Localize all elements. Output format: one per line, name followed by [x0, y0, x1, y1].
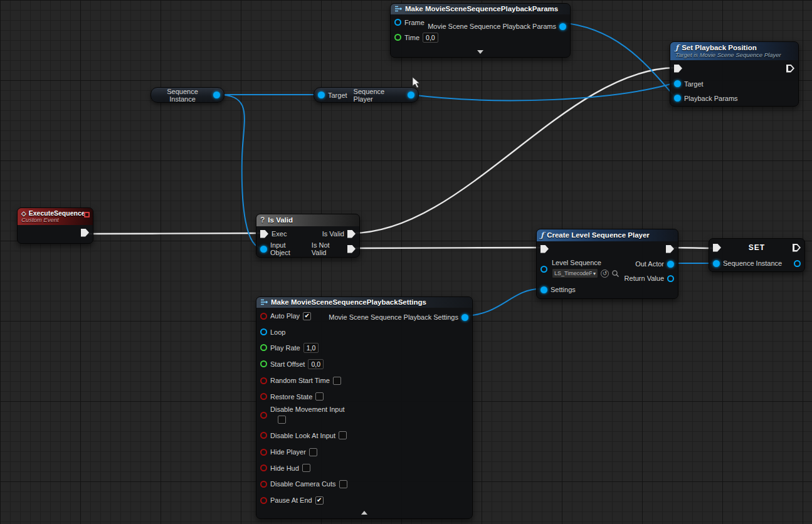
node-title: SET	[749, 243, 765, 252]
start-offset-input-pin[interactable]	[260, 360, 267, 367]
make-struct-icon	[394, 5, 402, 13]
disable-look-at-input-checkbox[interactable]	[339, 431, 347, 439]
out-actor-output-pin[interactable]	[667, 261, 674, 268]
browse-asset-icon[interactable]	[611, 270, 620, 278]
time-input-pin[interactable]	[394, 34, 401, 41]
settings-label: Settings	[551, 286, 576, 293]
exec-out-pin[interactable]	[81, 229, 89, 237]
is-valid-exec-out-pin[interactable]	[347, 230, 356, 238]
node-header[interactable]: Make MovieSceneSequencePlaybackParams	[391, 4, 570, 14]
wire-obj-sequenceplayer-to-target[interactable]	[411, 83, 675, 100]
random-start-time-input-pin[interactable]	[260, 377, 267, 384]
node-subtitle: Custom Event	[21, 216, 88, 223]
node-make-movie-scene-sequence-playback-params[interactable]: Make MovieSceneSequencePlaybackParams Fr…	[390, 3, 571, 58]
play-rate-input-pin[interactable]	[260, 344, 267, 351]
playback-params-input-pin[interactable]	[674, 95, 681, 102]
out-actor-label: Out Actor	[635, 260, 664, 268]
is-not-valid-exec-out-pin[interactable]	[347, 245, 356, 253]
sequence-instance-output-pin[interactable]	[213, 92, 220, 98]
disable-movement-input-pin[interactable]	[260, 412, 267, 419]
exec-in-pin[interactable]	[260, 230, 268, 238]
use-selected-asset-icon[interactable]: ↺	[601, 270, 609, 278]
mouse-cursor	[411, 76, 423, 89]
settings-row-random-start-time: Random Start Time	[256, 372, 472, 389]
target-input-pin[interactable]	[318, 92, 325, 98]
params-output-pin[interactable]	[559, 23, 566, 30]
level-sequence-input-pin[interactable]	[540, 266, 547, 273]
node-header[interactable]: ƒ Create Level Sequence Player	[537, 229, 678, 241]
node-is-valid[interactable]: ? Is Valid Exec Is Valid Input Object Is…	[256, 214, 360, 258]
hide-player-input-pin[interactable]	[260, 449, 267, 456]
node-header[interactable]: ? Is Valid	[256, 214, 359, 226]
settings-row-hide-hud: Hide Hud	[256, 460, 472, 476]
settings-output-pin[interactable]	[461, 314, 468, 321]
random-start-time-checkbox[interactable]	[333, 377, 341, 385]
node-header[interactable]: ◇ ExecuteSequence Custom Event	[18, 208, 93, 225]
hide-hud-checkbox[interactable]	[302, 464, 310, 472]
settings-row-hide-player: Hide Player	[256, 444, 472, 460]
node-set-sequence-instance[interactable]: SET Sequence Instance	[709, 238, 805, 272]
event-delegate-pin[interactable]	[84, 212, 90, 217]
input-object-pin[interactable]	[260, 246, 267, 253]
settings-input-pin[interactable]	[540, 286, 547, 293]
node-create-level-sequence-player[interactable]: ƒ Create Level Sequence Player Level Seq…	[536, 229, 678, 299]
disable-camera-cuts-checkbox[interactable]	[339, 480, 347, 488]
frame-label: Frame	[404, 19, 424, 26]
target-input-pin[interactable]	[674, 80, 681, 87]
asset-name: LS_TimecodePr	[554, 270, 592, 276]
collapse-node-button[interactable]	[361, 511, 367, 515]
pause-at-end-checkbox[interactable]: ✔	[315, 496, 324, 505]
sequence-instance-input-pin[interactable]	[713, 260, 720, 267]
pause-at-end-label: Pause At End	[270, 496, 312, 504]
exec-out-pin[interactable]	[793, 244, 801, 252]
hide-player-checkbox[interactable]	[309, 448, 317, 456]
node-header[interactable]: ƒ Set Playback Position Target is Movie …	[670, 42, 798, 60]
node-title: Set Playback Position	[682, 44, 757, 51]
loop-input-pin[interactable]	[260, 328, 267, 335]
auto-play-checkbox[interactable]: ✔	[303, 312, 311, 320]
settings-row-loop: Loop	[256, 324, 472, 340]
blueprint-graph-canvas[interactable]: { "colors": { "pin-exec": "#e8e8e8", "pi…	[0, 0, 812, 524]
play-rate-value-input[interactable]: 1,0	[303, 343, 319, 353]
exec-in-pin[interactable]	[713, 244, 721, 252]
exec-in-pin[interactable]	[674, 65, 682, 73]
exec-out-pin[interactable]	[786, 65, 794, 73]
auto-play-input-pin[interactable]	[260, 313, 267, 320]
disable-look-at-input-label: Disable Look At Input	[270, 432, 335, 439]
sequence-player-output-pin[interactable]	[408, 92, 414, 98]
start-offset-label: Start Offset	[270, 360, 305, 368]
loop-label: Loop	[270, 328, 285, 336]
wire-exec-executesequence-to-isvalid[interactable]	[86, 233, 262, 234]
node-set-playback-position[interactable]: ƒ Set Playback Position Target is Movie …	[670, 41, 799, 107]
node-get-sequence-player[interactable]: Target Sequence Player	[314, 87, 419, 103]
target-label: Target	[684, 80, 704, 88]
wire-obj-makesettings-to-settings[interactable]	[463, 289, 540, 316]
custom-event-icon: ◇	[21, 210, 26, 217]
node-header[interactable]: Make MovieSceneSequencePlaybackSettings	[256, 297, 472, 308]
level-sequence-asset-dropdown[interactable]: LS_TimecodePr ▾	[552, 268, 598, 278]
restore-state-checkbox[interactable]	[315, 392, 324, 401]
node-execute-sequence-event[interactable]: ◇ ExecuteSequence Custom Event	[17, 207, 93, 244]
start-offset-value-input[interactable]: 0,0	[308, 359, 324, 369]
sequence-instance-output-pin[interactable]	[794, 260, 801, 267]
return-value-output-pin[interactable]	[667, 275, 674, 282]
disable-movement-input-checkbox[interactable]	[278, 416, 286, 424]
pause-at-end-input-pin[interactable]	[260, 497, 267, 504]
exec-in-pin[interactable]	[540, 245, 549, 253]
wire-exec-isnotvalid-to-createplayer[interactable]	[352, 248, 542, 248]
wire-obj-makeparams-to-playbackparams[interactable]	[561, 23, 675, 97]
node-get-sequence-instance[interactable]: Sequence Instance	[150, 87, 224, 103]
time-value-input[interactable]: 0,0	[423, 33, 438, 43]
node-make-movie-scene-sequence-playback-settings[interactable]: Make MovieSceneSequencePlaybackSettings …	[256, 296, 473, 519]
exec-out-pin[interactable]	[666, 245, 674, 253]
hide-hud-input-pin[interactable]	[260, 464, 267, 471]
restore-state-input-pin[interactable]	[260, 393, 267, 400]
collapse-node-button[interactable]	[477, 50, 483, 54]
return-value-output: Return Value	[625, 272, 674, 285]
disable-camera-cuts-input-pin[interactable]	[260, 481, 267, 488]
frame-input-pin[interactable]	[394, 19, 401, 26]
disable-look-at-input-pin[interactable]	[260, 432, 267, 439]
settings-output: Movie Scene Sequence Playback Settings	[329, 310, 468, 324]
params-output: Movie Scene Sequence Playback Params	[428, 19, 566, 33]
disable-movement-input-label: Disable Movement Input	[270, 406, 468, 413]
